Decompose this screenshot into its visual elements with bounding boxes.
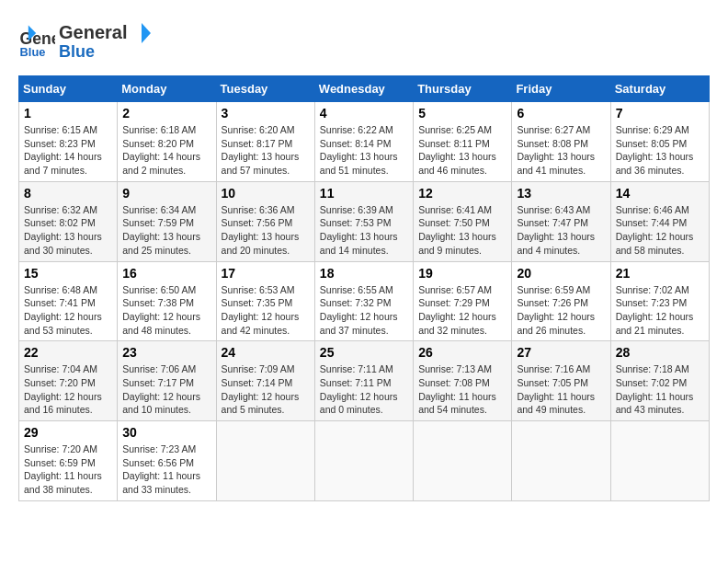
day-info: Sunrise: 6:22 AM Sunset: 8:14 PM Dayligh… [320, 123, 408, 178]
day-cell-9: 9 Sunrise: 6:34 AM Sunset: 7:59 PM Dayli… [118, 181, 216, 261]
day-number: 1 [24, 106, 112, 121]
day-number: 27 [517, 345, 605, 360]
day-info: Sunrise: 6:41 AM Sunset: 7:50 PM Dayligh… [418, 203, 506, 258]
day-info: Sunrise: 6:25 AM Sunset: 8:11 PM Dayligh… [418, 123, 506, 178]
week-row-3: 15 Sunrise: 6:48 AM Sunset: 7:41 PM Dayl… [19, 261, 710, 341]
day-cell-14: 14 Sunrise: 6:46 AM Sunset: 7:44 PM Dayl… [610, 181, 709, 261]
col-header-saturday: Saturday [610, 76, 709, 102]
day-cell-17: 17 Sunrise: 6:53 AM Sunset: 7:35 PM Dayl… [216, 261, 314, 341]
day-cell-27: 27 Sunrise: 7:16 AM Sunset: 7:05 PM Dayl… [512, 341, 610, 421]
day-cell-23: 23 Sunrise: 7:06 AM Sunset: 7:17 PM Dayl… [118, 341, 216, 421]
day-cell-26: 26 Sunrise: 7:13 AM Sunset: 7:08 PM Dayl… [414, 341, 512, 421]
day-info: Sunrise: 7:06 AM Sunset: 7:17 PM Dayligh… [122, 362, 210, 417]
day-cell-24: 24 Sunrise: 7:09 AM Sunset: 7:14 PM Dayl… [216, 341, 314, 421]
day-cell-13: 13 Sunrise: 6:43 AM Sunset: 7:47 PM Dayl… [512, 181, 610, 261]
day-cell-8: 8 Sunrise: 6:32 AM Sunset: 8:02 PM Dayli… [19, 181, 118, 261]
day-number: 4 [320, 106, 408, 121]
day-info: Sunrise: 6:32 AM Sunset: 8:02 PM Dayligh… [24, 203, 112, 258]
day-number: 17 [222, 266, 310, 281]
day-info: Sunrise: 6:18 AM Sunset: 8:20 PM Dayligh… [122, 123, 210, 178]
day-cell-1: 1 Sunrise: 6:15 AM Sunset: 8:23 PM Dayli… [19, 102, 118, 182]
day-info: Sunrise: 6:57 AM Sunset: 7:29 PM Dayligh… [418, 283, 506, 338]
day-cell-20: 20 Sunrise: 6:59 AM Sunset: 7:26 PM Dayl… [512, 261, 610, 341]
page-header: General Blue General Blue [18, 18, 710, 66]
day-number: 24 [222, 345, 310, 360]
day-cell-22: 22 Sunrise: 7:04 AM Sunset: 7:20 PM Dayl… [19, 341, 118, 421]
day-number: 25 [320, 345, 408, 360]
empty-cell [414, 421, 512, 501]
day-cell-3: 3 Sunrise: 6:20 AM Sunset: 8:17 PM Dayli… [216, 102, 314, 182]
svg-text:General: General [59, 22, 127, 42]
day-info: Sunrise: 6:39 AM Sunset: 7:53 PM Dayligh… [320, 203, 408, 258]
day-info: Sunrise: 6:43 AM Sunset: 7:47 PM Dayligh… [517, 203, 605, 258]
day-number: 19 [418, 266, 506, 281]
day-info: Sunrise: 7:18 AM Sunset: 7:02 PM Dayligh… [616, 362, 704, 417]
day-number: 16 [122, 266, 210, 281]
day-cell-30: 30 Sunrise: 7:23 AM Sunset: 6:56 PM Dayl… [118, 421, 216, 501]
day-info: Sunrise: 6:50 AM Sunset: 7:38 PM Dayligh… [122, 283, 210, 338]
day-info: Sunrise: 6:46 AM Sunset: 7:44 PM Dayligh… [616, 203, 704, 258]
empty-cell [216, 421, 314, 501]
calendar-header-row: SundayMondayTuesdayWednesdayThursdayFrid… [19, 76, 710, 102]
calendar-table: SundayMondayTuesdayWednesdayThursdayFrid… [18, 75, 710, 501]
day-cell-7: 7 Sunrise: 6:29 AM Sunset: 8:05 PM Dayli… [610, 102, 709, 182]
day-info: Sunrise: 7:13 AM Sunset: 7:08 PM Dayligh… [418, 362, 506, 417]
day-info: Sunrise: 6:48 AM Sunset: 7:41 PM Dayligh… [24, 283, 112, 338]
day-number: 9 [122, 186, 210, 201]
day-cell-10: 10 Sunrise: 6:36 AM Sunset: 7:56 PM Dayl… [216, 181, 314, 261]
day-number: 13 [517, 186, 605, 201]
empty-cell [512, 421, 610, 501]
day-number: 22 [24, 345, 112, 360]
col-header-monday: Monday [118, 76, 216, 102]
day-number: 20 [517, 266, 605, 281]
col-header-friday: Friday [512, 76, 610, 102]
day-number: 14 [616, 186, 704, 201]
svg-text:Blue: Blue [59, 42, 95, 61]
col-header-sunday: Sunday [19, 76, 118, 102]
day-cell-18: 18 Sunrise: 6:55 AM Sunset: 7:32 PM Dayl… [314, 261, 413, 341]
day-number: 26 [418, 345, 506, 360]
day-cell-28: 28 Sunrise: 7:18 AM Sunset: 7:02 PM Dayl… [610, 341, 709, 421]
day-number: 30 [122, 425, 210, 440]
day-info: Sunrise: 6:15 AM Sunset: 8:23 PM Dayligh… [24, 123, 112, 178]
day-number: 23 [122, 345, 210, 360]
day-info: Sunrise: 7:20 AM Sunset: 6:59 PM Dayligh… [24, 442, 112, 497]
day-info: Sunrise: 7:02 AM Sunset: 7:23 PM Dayligh… [616, 283, 704, 338]
day-cell-4: 4 Sunrise: 6:22 AM Sunset: 8:14 PM Dayli… [314, 102, 413, 182]
day-number: 5 [418, 106, 506, 121]
week-row-5: 29 Sunrise: 7:20 AM Sunset: 6:59 PM Dayl… [19, 421, 710, 501]
day-number: 2 [122, 106, 210, 121]
day-number: 21 [616, 266, 704, 281]
day-cell-25: 25 Sunrise: 7:11 AM Sunset: 7:11 PM Dayl… [314, 341, 413, 421]
week-row-1: 1 Sunrise: 6:15 AM Sunset: 8:23 PM Dayli… [19, 102, 710, 182]
day-cell-11: 11 Sunrise: 6:39 AM Sunset: 7:53 PM Dayl… [314, 181, 413, 261]
day-number: 7 [616, 106, 704, 121]
day-info: Sunrise: 6:55 AM Sunset: 7:32 PM Dayligh… [320, 283, 408, 338]
day-info: Sunrise: 7:11 AM Sunset: 7:11 PM Dayligh… [320, 362, 408, 417]
svg-marker-5 [142, 23, 151, 43]
day-info: Sunrise: 7:23 AM Sunset: 6:56 PM Dayligh… [122, 442, 210, 497]
day-number: 11 [320, 186, 408, 201]
day-info: Sunrise: 6:36 AM Sunset: 7:56 PM Dayligh… [222, 203, 310, 258]
day-number: 6 [517, 106, 605, 121]
day-info: Sunrise: 6:34 AM Sunset: 7:59 PM Dayligh… [122, 203, 210, 258]
day-cell-16: 16 Sunrise: 6:50 AM Sunset: 7:38 PM Dayl… [118, 261, 216, 341]
empty-cell [610, 421, 709, 501]
day-number: 18 [320, 266, 408, 281]
logo-svg: General Blue [59, 18, 151, 63]
day-number: 15 [24, 266, 112, 281]
logo-icon: General Blue [18, 24, 55, 61]
day-number: 10 [222, 186, 310, 201]
day-info: Sunrise: 7:04 AM Sunset: 7:20 PM Dayligh… [24, 362, 112, 417]
col-header-wednesday: Wednesday [314, 76, 413, 102]
col-header-thursday: Thursday [414, 76, 512, 102]
day-info: Sunrise: 6:59 AM Sunset: 7:26 PM Dayligh… [517, 283, 605, 338]
day-info: Sunrise: 6:29 AM Sunset: 8:05 PM Dayligh… [616, 123, 704, 178]
logo: General Blue General Blue [18, 18, 151, 66]
day-info: Sunrise: 6:27 AM Sunset: 8:08 PM Dayligh… [517, 123, 605, 178]
day-number: 3 [222, 106, 310, 121]
week-row-2: 8 Sunrise: 6:32 AM Sunset: 8:02 PM Dayli… [19, 181, 710, 261]
day-cell-2: 2 Sunrise: 6:18 AM Sunset: 8:20 PM Dayli… [118, 102, 216, 182]
svg-text:Blue: Blue [20, 45, 46, 59]
day-info: Sunrise: 6:20 AM Sunset: 8:17 PM Dayligh… [222, 123, 310, 178]
